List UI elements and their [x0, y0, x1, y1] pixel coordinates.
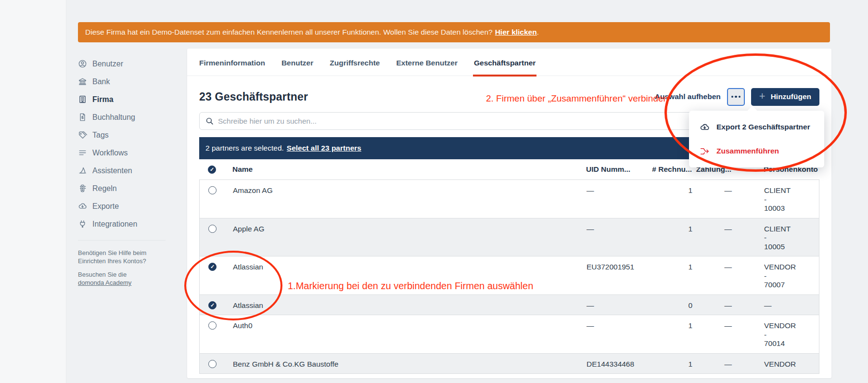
- menu-item-export[interactable]: Export 2 Geschäftspartner: [689, 115, 824, 139]
- table-row-auth0[interactable]: Auth0 — 1 — VENDOR - 70014: [200, 315, 819, 353]
- cell-uid: —: [587, 186, 649, 213]
- tab-zugriffsrechte[interactable]: Zugriffsrechte: [330, 59, 380, 76]
- demo-banner: Diese Firma hat ein Demo-Datenset zum ei…: [78, 22, 830, 42]
- ellipsis-icon: [731, 96, 734, 98]
- tab-benutzer[interactable]: Benutzer: [281, 59, 313, 76]
- sidebar-item-benutzer[interactable]: Benutzer: [78, 55, 177, 73]
- sidebar-item-exporte[interactable]: Exporte: [78, 197, 177, 215]
- window-left-margin: [0, 0, 66, 383]
- sidebar-item-integrationen[interactable]: Integrationen: [78, 215, 177, 233]
- table-row-benz[interactable]: Benz GmbH & Co.KG Baustoffe DE144334468 …: [200, 353, 819, 374]
- cell-payment: —: [692, 321, 736, 348]
- cell-uid: —: [587, 321, 649, 348]
- tag-icon: [78, 130, 87, 140]
- academy-link[interactable]: domonda Academy: [78, 279, 177, 287]
- sidebar-item-workflows[interactable]: Workflows: [78, 144, 177, 162]
- sidebar-item-assistenten[interactable]: Assistenten: [78, 162, 177, 179]
- header-actions: Auswahl aufheben + Hinzufügen: [655, 88, 819, 106]
- sidebar-item-label: Integrationen: [92, 220, 137, 229]
- banner-delete-link[interactable]: Hier klicken: [495, 28, 537, 37]
- table-row-amazon[interactable]: Amazon AG — 1 — CLIENT - 10003: [200, 180, 819, 218]
- menu-item-label: Zusammenführen: [716, 147, 779, 155]
- add-partner-label: Hinzufügen: [771, 92, 811, 101]
- more-actions-menu: Export 2 Geschäftspartner Zusammenführen: [689, 111, 824, 167]
- select-all-checkbox-cell: [199, 166, 232, 174]
- table-row-atlassian-1[interactable]: Atlassian EU372001951 1 — VENDOR - 70007: [200, 256, 819, 294]
- cell-account: CLIENT - 10003: [736, 186, 820, 213]
- accounting-icon: [78, 113, 87, 122]
- col-header-uid[interactable]: UID Numm...: [586, 165, 649, 174]
- title-row: 23 Geschäftspartner Auswahl aufheben + H…: [187, 88, 831, 106]
- tab-firmeninformation[interactable]: Firmeninformation: [199, 59, 265, 76]
- bank-icon: [78, 77, 87, 86]
- cell-payment: —: [692, 301, 736, 310]
- menu-item-label: Export 2 Geschäftspartner: [716, 123, 810, 131]
- clear-selection-button[interactable]: Auswahl aufheben: [655, 92, 721, 101]
- rules-icon: [78, 184, 87, 193]
- plug-icon: [78, 219, 87, 229]
- tab-bar: Firmeninformation Benutzer Zugriffsrecht…: [187, 49, 831, 76]
- row-checkbox[interactable]: [208, 225, 217, 233]
- cell-uid: EU372001951: [587, 263, 649, 290]
- cell-uid: DE144334468: [587, 360, 649, 369]
- cell-name: Amazon AG: [233, 186, 587, 213]
- sidebar-item-firma[interactable]: Firma: [78, 90, 177, 108]
- cell-name: Atlassian: [233, 301, 587, 310]
- cell-account: VENDOR - 70014: [736, 321, 820, 348]
- cell-payment: —: [692, 263, 736, 290]
- sidebar: Benutzer Bank Firma Buchhaltung Tags Wor…: [78, 55, 177, 287]
- assistant-icon: [78, 166, 87, 175]
- sidebar-item-tags[interactable]: Tags: [78, 126, 177, 144]
- selection-count-text: 2 partners are selected.: [205, 144, 284, 153]
- merge-icon: [700, 146, 710, 156]
- row-checkbox[interactable]: [208, 301, 217, 309]
- partner-table: Amazon AG — 1 — CLIENT - 10003 Apple AG …: [199, 179, 819, 374]
- sidebar-item-label: Assistenten: [92, 166, 132, 175]
- sidebar-item-label: Bank: [92, 77, 110, 86]
- sidebar-help-text: Benötigen Sie Hilfe beim Einrichten Ihre…: [78, 249, 164, 265]
- app-root: Diese Firma hat ein Demo-Datenset zum ei…: [0, 0, 868, 383]
- tab-externe-benutzer[interactable]: Externe Benutzer: [396, 59, 457, 76]
- main-panel: Firmeninformation Benutzer Zugriffsrecht…: [187, 49, 831, 378]
- cell-payment: —: [692, 360, 736, 369]
- sidebar-item-buchhaltung[interactable]: Buchhaltung: [78, 108, 177, 126]
- academy-intro: Besuchen Sie die: [78, 271, 127, 278]
- cell-invoices: 1: [649, 360, 692, 369]
- sidebar-item-label: Regeln: [92, 184, 117, 193]
- col-header-invoices[interactable]: # Rechnu...: [649, 165, 692, 174]
- cell-name: Benz GmbH & Co.KG Baustoffe: [233, 360, 587, 369]
- row-checkbox[interactable]: [208, 263, 217, 271]
- row-checkbox[interactable]: [208, 186, 217, 194]
- workflows-icon: [78, 148, 87, 157]
- sidebar-item-label: Tags: [92, 131, 109, 140]
- sidebar-item-regeln[interactable]: Regeln: [78, 179, 177, 197]
- select-all-checkbox[interactable]: [208, 166, 216, 174]
- cell-uid: —: [587, 225, 649, 252]
- col-header-name[interactable]: Name: [232, 165, 586, 174]
- building-icon: [78, 95, 87, 104]
- tab-geschaeftspartner[interactable]: Geschäftspartner: [474, 59, 536, 76]
- add-partner-button[interactable]: + Hinzufügen: [751, 88, 819, 106]
- menu-item-zusammenfuehren[interactable]: Zusammenführen: [689, 139, 824, 163]
- cell-account: —: [736, 301, 820, 310]
- cell-account: VENDOR - 70007: [736, 263, 820, 290]
- table-row-apple[interactable]: Apple AG — 1 — CLIENT - 10005: [200, 218, 819, 256]
- row-checkbox[interactable]: [208, 321, 217, 330]
- cell-name: Auth0: [233, 321, 587, 348]
- page-title: 23 Geschäftspartner: [199, 90, 308, 103]
- row-checkbox[interactable]: [208, 360, 217, 368]
- table-row-atlassian-2[interactable]: Atlassian — 0 — —: [200, 294, 819, 315]
- sidebar-item-bank[interactable]: Bank: [78, 73, 177, 90]
- sidebar-divider: [78, 240, 166, 241]
- more-actions-button[interactable]: [727, 88, 745, 106]
- select-all-link[interactable]: Select all 23 partners: [287, 144, 361, 153]
- cell-uid: —: [587, 301, 649, 310]
- cell-payment: —: [692, 225, 736, 252]
- cell-name: Apple AG: [233, 225, 587, 252]
- cell-payment: —: [692, 186, 736, 213]
- banner-message: Diese Firma hat ein Demo-Datenset zum ei…: [85, 28, 493, 37]
- plus-icon: +: [759, 91, 766, 102]
- sidebar-academy: Besuchen Sie die domonda Academy: [78, 270, 177, 287]
- cloud-download-icon: [700, 122, 710, 132]
- sidebar-item-label: Firma: [92, 95, 114, 104]
